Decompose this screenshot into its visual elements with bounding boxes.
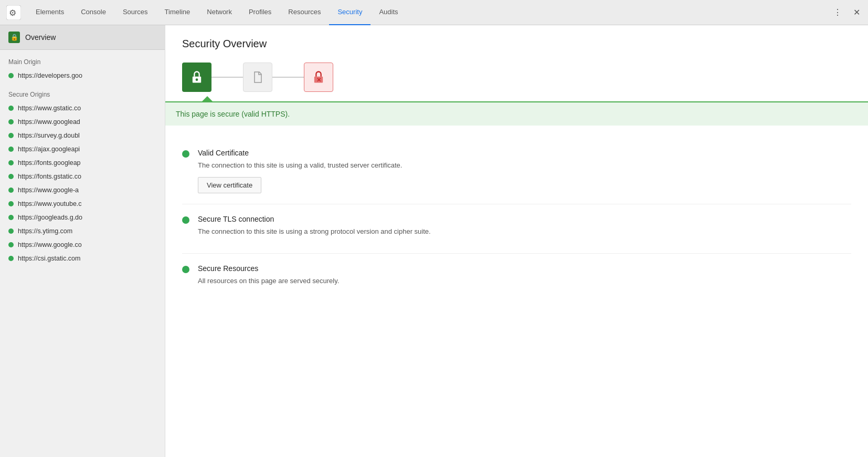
status-banner: This page is secure (valid HTTPS). — [165, 101, 868, 126]
connector-line-2 — [272, 77, 304, 78]
sidebar-overview-label: Overview — [25, 33, 56, 41]
certificate-title: Valid Certificate — [198, 149, 851, 157]
sidebar-item[interactable]: https://s.ytimg.com — [0, 224, 165, 238]
tls-title: Secure TLS connection — [198, 215, 851, 223]
sidebar-item[interactable]: https://www.google-a — [0, 183, 165, 197]
close-button[interactable]: ✕ — [849, 5, 864, 20]
tab-console[interactable]: Console — [72, 0, 114, 25]
page-title: Security Overview — [182, 38, 851, 50]
origin-dot — [8, 147, 14, 152]
main-layout: 🔒 Overview Main Origin https://developer… — [0, 25, 868, 457]
sidebar-item[interactable]: https://fonts.gstatic.co — [0, 170, 165, 183]
origin-dot — [8, 188, 14, 193]
certificate-content: Valid Certificate The connection to this… — [198, 149, 851, 193]
arrow-indicator — [193, 96, 851, 101]
origin-dot — [8, 119, 14, 124]
origin-url: https://www.googlead — [18, 118, 80, 126]
sidebar-item[interactable]: https://www.googlead — [0, 115, 165, 129]
sidebar-item[interactable]: https://fonts.googleap — [0, 156, 165, 170]
origin-dot — [8, 215, 14, 220]
svg-text:✕: ✕ — [316, 77, 321, 83]
resources-section: Secure Resources All resources on this p… — [182, 254, 851, 303]
origin-dot — [8, 160, 14, 165]
tls-status-dot — [182, 216, 189, 224]
secure-lock-node — [182, 63, 211, 92]
sidebar-overview-item[interactable]: 🔒 Overview — [0, 25, 165, 50]
connector-line-1 — [211, 77, 243, 78]
secure-origins-header: Secure Origins — [0, 82, 165, 101]
resources-description: All resources on this page are served se… — [198, 276, 851, 286]
content-inner: Security Overview — [165, 25, 868, 316]
sidebar-item[interactable]: https://ajax.googleapi — [0, 142, 165, 156]
sidebar-item[interactable]: https://survey.g.doubl — [0, 129, 165, 142]
origin-url: https://ajax.googleapi — [18, 146, 80, 153]
devtools-logo: ⚙ — [4, 3, 23, 22]
tab-network[interactable]: Network — [198, 0, 240, 25]
view-certificate-button[interactable]: View certificate — [198, 177, 261, 193]
origin-url: https://fonts.gstatic.co — [18, 173, 81, 180]
sidebar-item[interactable]: https://csi.gstatic.com — [0, 252, 165, 265]
tab-audits[interactable]: Audits — [371, 0, 406, 25]
toolbar: ⚙ Elements Console Sources Timeline Netw… — [0, 0, 868, 25]
origin-dot — [8, 242, 14, 247]
tls-description: The connection to this site is using a s… — [198, 226, 851, 237]
origin-dot — [8, 228, 14, 234]
insecure-lock-node: ✕ — [304, 63, 333, 92]
tab-profiles[interactable]: Profiles — [240, 0, 280, 25]
svg-text:⚙: ⚙ — [9, 8, 16, 17]
origin-dot — [8, 256, 14, 261]
security-diagram: ✕ — [182, 63, 851, 92]
certificate-status-dot — [182, 150, 189, 158]
origin-url: https://csi.gstatic.com — [18, 255, 80, 262]
certificate-description: The connection to this site is using a v… — [198, 160, 851, 171]
certificate-section: Valid Certificate The connection to this… — [182, 138, 851, 204]
origin-dot — [8, 201, 14, 206]
origin-url: https://survey.g.doubl — [18, 132, 80, 139]
tab-security[interactable]: Security — [329, 0, 371, 25]
origin-url: https://www.google.co — [18, 241, 82, 248]
main-origin-url: https://developers.goo — [18, 72, 82, 79]
main-origin-header: Main Origin — [0, 50, 165, 69]
sidebar-item[interactable]: https://www.google.co — [0, 238, 165, 252]
tab-sources[interactable]: Sources — [114, 0, 156, 25]
sidebar-item[interactable]: https://googleads.g.do — [0, 211, 165, 224]
resources-content: Secure Resources All resources on this p… — [198, 264, 851, 293]
origin-url: https://www.gstatic.co — [18, 105, 81, 112]
origin-url: https://s.ytimg.com — [18, 227, 72, 235]
main-content: Security Overview — [165, 25, 868, 457]
origin-url: https://fonts.googleap — [18, 159, 81, 167]
overview-lock-icon: 🔒 — [8, 32, 20, 43]
origin-url: https://www.google-a — [18, 186, 79, 194]
origin-url: https://googleads.g.do — [18, 214, 82, 221]
origin-dot — [8, 73, 14, 78]
status-text: This page is secure (valid HTTPS). — [176, 110, 290, 118]
origin-dot — [8, 133, 14, 138]
more-options-button[interactable]: ⋮ — [830, 5, 845, 20]
sidebar-item[interactable]: https://www.youtube.c — [0, 197, 165, 211]
sidebar: 🔒 Overview Main Origin https://developer… — [0, 25, 165, 457]
origin-dot — [8, 106, 14, 111]
sidebar-item[interactable]: https://www.gstatic.co — [0, 101, 165, 115]
tab-timeline[interactable]: Timeline — [156, 0, 199, 25]
svg-point-3 — [196, 78, 198, 81]
tls-section: Secure TLS connection The connection to … — [182, 204, 851, 254]
tab-resources[interactable]: Resources — [280, 0, 329, 25]
resources-title: Secure Resources — [198, 264, 851, 273]
toolbar-actions: ⋮ ✕ — [830, 5, 864, 20]
origin-url: https://www.youtube.c — [18, 200, 82, 207]
document-node — [243, 63, 272, 92]
resources-status-dot — [182, 266, 189, 273]
origin-dot — [8, 174, 14, 179]
tls-content: Secure TLS connection The connection to … — [198, 215, 851, 243]
sidebar-main-origin[interactable]: https://developers.goo — [0, 69, 165, 82]
tab-elements[interactable]: Elements — [27, 0, 72, 25]
